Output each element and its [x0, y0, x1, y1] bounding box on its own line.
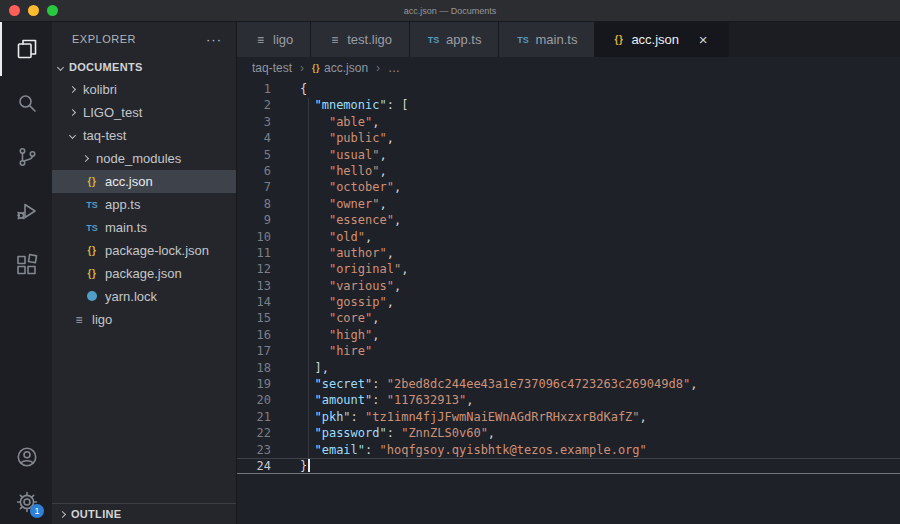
code-line-2[interactable]: 2 "mnemonic": [: [237, 97, 900, 113]
close-window-button[interactable]: [9, 5, 20, 16]
tab-ligo[interactable]: ≡ligo: [237, 22, 311, 57]
tree-item-label: main.ts: [105, 220, 147, 235]
ts-file-icon: TS: [85, 223, 99, 233]
tree-item-acc.json[interactable]: {}acc.json: [52, 170, 236, 193]
breadcrumb-label: taq-test: [252, 61, 292, 75]
code-line-9[interactable]: 9 "essence",: [237, 212, 900, 228]
tree-item-app.ts[interactable]: TSapp.ts: [52, 193, 236, 216]
breadcrumb-item-taq-test[interactable]: taq-test: [252, 61, 292, 75]
tree-item-ligo[interactable]: ≡ligo: [52, 308, 236, 331]
tab-main.ts[interactable]: TSmain.ts: [499, 22, 595, 57]
code-line-17[interactable]: 17 "hire": [237, 343, 900, 359]
line-number: 20: [237, 392, 271, 408]
tab-acc.json[interactable]: {}acc.json×: [595, 22, 729, 57]
breadcrumb-separator: ›: [300, 61, 304, 75]
code-line-24[interactable]: 24}: [237, 458, 900, 474]
line-number: 14: [237, 294, 271, 310]
breadcrumb: taq-test›{}acc.json›…: [237, 57, 900, 79]
tree-item-label: app.ts: [105, 197, 140, 212]
code-line-14[interactable]: 14 "gossip",: [237, 294, 900, 310]
tree-item-package-lock.json[interactable]: {}package-lock.json: [52, 239, 236, 262]
code-line-3[interactable]: 3 "able",: [237, 114, 900, 130]
code-line-23[interactable]: 23 "email": "hoqfgsoy.qyisbhtk@tezos.exa…: [237, 442, 900, 458]
line-number: 7: [237, 179, 271, 195]
code-line-18[interactable]: 18 ],: [237, 360, 900, 376]
yarn-file-icon: [85, 289, 99, 304]
line-content: "hire": [271, 343, 372, 359]
close-tab-icon[interactable]: ×: [695, 32, 711, 47]
activity-source-control-icon[interactable]: [0, 130, 52, 184]
line-number: 16: [237, 327, 271, 343]
tree-item-package.json[interactable]: {}package.json: [52, 262, 236, 285]
line-content: ],: [271, 360, 329, 376]
text-cursor: [308, 459, 310, 472]
activity-run-debug-icon[interactable]: [0, 184, 52, 238]
line-content: "hello",: [271, 163, 387, 179]
breadcrumb-item-acc.json[interactable]: {}acc.json: [312, 61, 368, 75]
code-line-1[interactable]: 1{: [237, 81, 900, 97]
tab-test.ligo[interactable]: ≡test.ligo: [311, 22, 410, 57]
tree-item-LIGO_test[interactable]: LIGO_test: [52, 101, 236, 124]
breadcrumb-item-…[interactable]: …: [388, 61, 400, 75]
tab-app.ts[interactable]: TSapp.ts: [410, 22, 499, 57]
editor[interactable]: 1{2 "mnemonic": [3 "able",4 "public",5 "…: [237, 79, 900, 524]
file-tree: kolibriLIGO_testtaq-testnode_modules{}ac…: [52, 78, 236, 331]
tree-item-node_modules[interactable]: node_modules: [52, 147, 236, 170]
code-line-13[interactable]: 13 "various",: [237, 278, 900, 294]
tree-item-kolibri[interactable]: kolibri: [52, 78, 236, 101]
activity-explorer-icon[interactable]: [0, 22, 52, 76]
code-line-6[interactable]: 6 "hello",: [237, 163, 900, 179]
explorer-header: EXPLORER ···: [52, 22, 236, 56]
line-content: "author",: [271, 245, 394, 261]
list-file-icon: ≡: [72, 313, 86, 327]
line-number: 22: [237, 425, 271, 441]
tree-item-label: node_modules: [96, 151, 181, 166]
code-line-5[interactable]: 5 "usual",: [237, 147, 900, 163]
line-content: "secret": "2bed8dc244ee43a1e737096c47232…: [271, 376, 697, 392]
line-content: "public",: [271, 130, 394, 146]
tree-item-yarn.lock[interactable]: yarn.lock: [52, 285, 236, 308]
code-line-22[interactable]: 22 "password": "ZnnZLS0v60",: [237, 425, 900, 441]
code-line-16[interactable]: 16 "high",: [237, 327, 900, 343]
vscode-window: acc.json — Documents 1 EXPLORER ··· DOCU…: [0, 0, 900, 524]
line-number: 19: [237, 376, 271, 392]
code-line-8[interactable]: 8 "owner",: [237, 196, 900, 212]
breadcrumb-label: …: [388, 61, 400, 75]
section-documents[interactable]: DOCUMENTS: [52, 56, 236, 78]
list-file-icon: ≡: [328, 33, 341, 47]
maximize-window-button[interactable]: [47, 5, 58, 16]
more-actions-icon[interactable]: ···: [206, 32, 222, 47]
code-line-21[interactable]: 21 "pkh": "tz1imn4fjJFwmNaiEWnAGdRrRHxzx…: [237, 409, 900, 425]
line-number: 15: [237, 310, 271, 326]
json-file-icon: {}: [312, 63, 320, 73]
code-line-20[interactable]: 20 "amount": "117632913",: [237, 392, 900, 408]
json-file-icon: {}: [85, 176, 99, 187]
tree-item-taq-test[interactable]: taq-test: [52, 124, 236, 147]
activity-extensions-icon[interactable]: [0, 238, 52, 292]
minimize-window-button[interactable]: [28, 5, 39, 16]
code-line-15[interactable]: 15 "core",: [237, 310, 900, 326]
line-number: 21: [237, 409, 271, 425]
tab-bar: ≡ligo≡test.ligoTSapp.tsTSmain.ts{}acc.js…: [237, 22, 900, 57]
line-content: "email": "hoqfgsoy.qyisbhtk@tezos.exampl…: [271, 442, 647, 458]
code-line-12[interactable]: 12 "original",: [237, 261, 900, 277]
activity-account-icon[interactable]: [0, 434, 52, 479]
code-line-4[interactable]: 4 "public",: [237, 130, 900, 146]
titlebar: acc.json — Documents: [0, 0, 900, 22]
activity-bar: 1: [0, 22, 52, 524]
code-line-10[interactable]: 10 "old",: [237, 229, 900, 245]
code-line-19[interactable]: 19 "secret": "2bed8dc244ee43a1e737096c47…: [237, 376, 900, 392]
activity-search-icon[interactable]: [0, 76, 52, 130]
code-line-11[interactable]: 11 "author",: [237, 245, 900, 261]
line-number: 12: [237, 261, 271, 277]
activity-settings-icon[interactable]: 1: [0, 479, 52, 524]
section-outline[interactable]: OUTLINE: [52, 503, 236, 524]
tab-label: acc.json: [631, 32, 679, 47]
line-content: "usual",: [271, 147, 387, 163]
tree-item-label: yarn.lock: [105, 289, 157, 304]
section-outline-label: OUTLINE: [71, 508, 121, 520]
tree-item-label: ligo: [92, 312, 112, 327]
line-content: "owner",: [271, 196, 387, 212]
tree-item-main.ts[interactable]: TSmain.ts: [52, 216, 236, 239]
code-line-7[interactable]: 7 "october",: [237, 179, 900, 195]
